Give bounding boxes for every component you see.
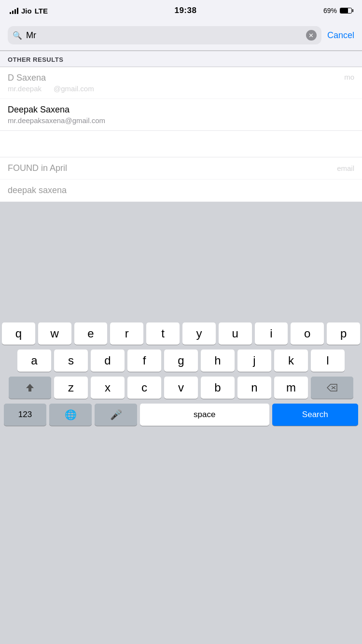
result-tag-4: email [337,164,354,172]
key-q[interactable]: q [2,322,35,345]
result-name-1: D Saxena [8,73,94,83]
result-tag-1: mo [344,73,354,81]
battery-percent: 69% [323,7,337,14]
time-label: 19:38 [174,6,196,15]
result-name-5: deepak saxena [8,185,354,196]
results-section: OTHER RESULTS D Saxena mr.deepak @gmail.… [0,51,362,202]
result-email-2: mr.deepaksaxena@gmail.com [8,116,354,125]
key-k[interactable]: k [274,350,308,372]
key-j[interactable]: j [237,350,271,372]
mic-key[interactable]: 🎤 [95,404,137,426]
key-t[interactable]: t [146,322,180,345]
shift-key[interactable] [9,377,51,399]
key-b[interactable]: b [201,377,235,399]
globe-key[interactable]: 🌐 [49,404,92,426]
keyboard-row-3: z x c v b n m [2,377,360,399]
result-item-4[interactable]: FOUND in April email [0,157,362,180]
key-l[interactable]: l [311,350,345,372]
key-w[interactable]: w [38,322,71,345]
delete-key[interactable] [311,377,353,399]
result-item-2[interactable]: Deepak Saxena mr.deepaksaxena@gmail.com [0,99,362,131]
result-item-5[interactable]: deepak saxena [0,180,362,202]
key-m[interactable]: m [274,377,308,399]
shift-icon [25,382,35,393]
delete-icon [327,384,337,392]
key-e[interactable]: e [74,322,108,345]
keyboard: q w e r t y u i o p a s d f g h j k l z … [0,318,362,430]
keyboard-row-2: a s d f g h j k l [2,350,360,372]
result-item[interactable]: D Saxena mr.deepak @gmail.com mo [0,67,362,99]
signal-icon [10,7,18,14]
cancel-button[interactable]: Cancel [327,30,354,41]
result-name-4: FOUND in April [8,163,67,173]
keyboard-row-bottom: 123 🌐 🎤 space Search [2,404,360,426]
status-bar: Jio LTE 19:38 69% [0,0,362,21]
key-z[interactable]: z [54,377,88,399]
key-s[interactable]: s [54,350,88,372]
search-icon: 🔍 [13,31,22,40]
key-g[interactable]: g [164,350,198,372]
search-key[interactable]: Search [272,404,358,426]
results-header-text: OTHER RESULTS [8,56,63,63]
empty-area [0,202,362,318]
search-input-wrapper[interactable]: 🔍 ✕ [8,26,321,44]
key-f[interactable]: f [127,350,161,372]
network-label: LTE [35,7,48,15]
result-item-3 [0,131,362,157]
battery-icon [340,8,352,14]
key-n[interactable]: n [237,377,271,399]
status-right: 69% [323,7,352,14]
clear-button[interactable]: ✕ [306,30,317,41]
key-d[interactable]: d [91,350,125,372]
key-v[interactable]: v [164,377,198,399]
search-bar-container: 🔍 ✕ Cancel [0,21,362,51]
result-name-2: Deepak Saxena [8,105,354,115]
search-input[interactable] [26,30,302,41]
key-o[interactable]: o [291,322,324,345]
key-i[interactable]: i [255,322,288,345]
key-y[interactable]: y [182,322,216,345]
carrier-label: Jio [21,7,32,15]
key-h[interactable]: h [201,350,235,372]
status-left: Jio LTE [10,7,48,15]
clear-icon: ✕ [308,32,314,39]
num-key[interactable]: 123 [4,404,46,426]
key-r[interactable]: r [110,322,143,345]
key-x[interactable]: x [91,377,125,399]
key-c[interactable]: c [127,377,161,399]
key-u[interactable]: u [219,322,252,345]
key-a[interactable]: a [17,350,51,372]
key-p[interactable]: p [327,322,360,345]
space-key[interactable]: space [140,404,269,426]
result-email-1: mr.deepak @gmail.com [8,84,94,93]
results-header: OTHER RESULTS [0,51,362,67]
keyboard-row-1: q w e r t y u i o p [2,322,360,345]
